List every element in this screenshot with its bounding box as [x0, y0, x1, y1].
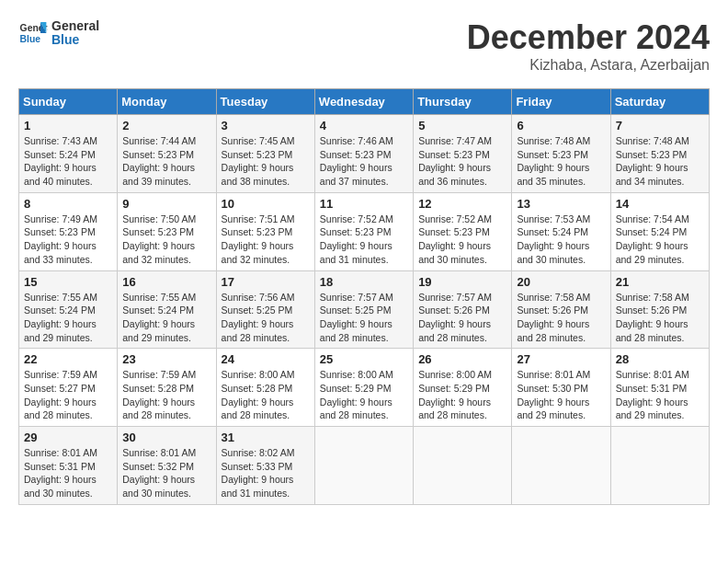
day-detail: Sunrise: 8:01 AMSunset: 5:32 PMDaylight:… — [122, 446, 210, 500]
daylight-minutes: and 36 minutes. — [418, 176, 487, 187]
daylight-minutes: and 29 minutes. — [24, 332, 93, 343]
daylight-text: Daylight: 9 hours — [222, 240, 294, 251]
sunset-text: Sunset: 5:25 PM — [222, 304, 293, 316]
calendar-day: 11Sunrise: 7:52 AMSunset: 5:23 PMDayligh… — [314, 192, 413, 270]
calendar-day: 6Sunrise: 7:48 AMSunset: 5:23 PMDaylight… — [512, 115, 610, 193]
sunset-text: Sunset: 5:23 PM — [418, 149, 490, 160]
daylight-minutes: and 39 minutes. — [122, 176, 191, 187]
day-number: 20 — [517, 275, 605, 289]
calendar-day: 22Sunrise: 7:59 AMSunset: 5:27 PMDayligh… — [19, 349, 118, 427]
day-number: 12 — [418, 197, 506, 211]
sunrise-text: Sunrise: 8:02 AM — [222, 447, 295, 458]
daylight-minutes: and 28 minutes. — [122, 409, 191, 420]
daylight-text: Daylight: 9 hours — [122, 474, 195, 485]
calendar-week-1: 1Sunrise: 7:43 AMSunset: 5:24 PMDaylight… — [19, 115, 710, 193]
sunrise-text: Sunrise: 7:59 AM — [24, 369, 97, 380]
sunrise-text: Sunrise: 7:56 AM — [222, 292, 295, 303]
day-number: 11 — [320, 197, 408, 211]
calendar-week-4: 22Sunrise: 7:59 AMSunset: 5:27 PMDayligh… — [19, 349, 710, 427]
daylight-text: Daylight: 9 hours — [418, 162, 491, 173]
daylight-text: Daylight: 9 hours — [24, 396, 97, 408]
calendar-day: 23Sunrise: 7:59 AMSunset: 5:28 PMDayligh… — [118, 349, 216, 427]
daylight-text: Daylight: 9 hours — [616, 318, 688, 329]
daylight-text: Daylight: 9 hours — [24, 474, 97, 485]
sunrise-text: Sunrise: 7:48 AM — [616, 135, 689, 146]
day-detail: Sunrise: 8:00 AMSunset: 5:29 PMDaylight:… — [418, 368, 506, 422]
daylight-minutes: and 35 minutes. — [517, 176, 586, 187]
day-detail: Sunrise: 8:00 AMSunset: 5:29 PMDaylight:… — [320, 368, 408, 422]
calendar-day: 14Sunrise: 7:54 AMSunset: 5:24 PMDayligh… — [610, 192, 709, 270]
sunset-text: Sunset: 5:23 PM — [517, 149, 588, 160]
day-number: 19 — [418, 275, 506, 289]
sunset-text: Sunset: 5:23 PM — [320, 226, 392, 237]
sunset-text: Sunset: 5:29 PM — [320, 383, 392, 394]
daylight-minutes: and 28 minutes. — [517, 332, 586, 343]
sunset-text: Sunset: 5:23 PM — [222, 149, 293, 160]
day-detail: Sunrise: 7:58 AMSunset: 5:26 PMDaylight:… — [517, 291, 605, 345]
day-number: 8 — [24, 197, 112, 211]
day-number: 28 — [616, 352, 704, 366]
daylight-minutes: and 29 minutes. — [616, 409, 685, 420]
day-number: 14 — [616, 197, 704, 211]
sunrise-text: Sunrise: 7:52 AM — [418, 213, 492, 224]
sunset-text: Sunset: 5:23 PM — [122, 149, 194, 160]
daylight-minutes: and 29 minutes. — [616, 254, 685, 265]
day-number: 5 — [418, 119, 506, 132]
calendar-week-5: 29Sunrise: 8:01 AMSunset: 5:31 PMDayligh… — [19, 427, 710, 505]
daylight-minutes: and 30 minutes. — [517, 254, 586, 265]
calendar-day — [314, 427, 413, 505]
day-number: 9 — [122, 197, 210, 211]
sunset-text: Sunset: 5:23 PM — [418, 226, 490, 237]
calendar-week-2: 8Sunrise: 7:49 AMSunset: 5:23 PMDaylight… — [19, 192, 710, 270]
sunset-text: Sunset: 5:30 PM — [517, 383, 588, 394]
day-detail: Sunrise: 7:47 AMSunset: 5:23 PMDaylight:… — [418, 134, 506, 189]
day-number: 2 — [122, 119, 210, 132]
day-detail: Sunrise: 7:50 AMSunset: 5:23 PMDaylight:… — [122, 213, 210, 267]
daylight-minutes: and 30 minutes. — [122, 488, 191, 499]
page-header: General Blue General Blue December 2024 … — [18, 18, 710, 74]
day-detail: Sunrise: 8:01 AMSunset: 5:31 PMDaylight:… — [24, 446, 112, 500]
day-number: 25 — [320, 352, 408, 366]
logo-icon: General Blue — [18, 18, 48, 48]
sunset-text: Sunset: 5:27 PM — [24, 383, 96, 394]
sunrise-text: Sunrise: 7:49 AM — [24, 213, 97, 224]
day-detail: Sunrise: 8:02 AMSunset: 5:33 PMDaylight:… — [222, 446, 310, 500]
day-detail: Sunrise: 7:44 AMSunset: 5:23 PMDaylight:… — [122, 134, 210, 189]
svg-text:Blue: Blue — [20, 34, 41, 44]
sunrise-text: Sunrise: 7:58 AM — [517, 292, 590, 303]
sunrise-text: Sunrise: 7:50 AM — [122, 213, 196, 224]
sunrise-text: Sunrise: 8:00 AM — [222, 369, 295, 380]
daylight-minutes: and 28 minutes. — [24, 409, 93, 420]
sunset-text: Sunset: 5:29 PM — [418, 383, 490, 394]
sunrise-text: Sunrise: 7:53 AM — [517, 213, 590, 224]
sunrise-text: Sunrise: 7:58 AM — [616, 292, 689, 303]
daylight-text: Daylight: 9 hours — [418, 396, 491, 408]
weekday-header-tuesday: Tuesday — [216, 89, 314, 115]
calendar-day: 5Sunrise: 7:47 AMSunset: 5:23 PMDaylight… — [414, 115, 512, 193]
day-number: 10 — [222, 197, 310, 211]
day-detail: Sunrise: 7:58 AMSunset: 5:26 PMDaylight:… — [616, 291, 704, 345]
daylight-minutes: and 37 minutes. — [320, 176, 389, 187]
day-detail: Sunrise: 7:55 AMSunset: 5:24 PMDaylight:… — [122, 291, 210, 345]
day-number: 15 — [24, 275, 112, 289]
daylight-text: Daylight: 9 hours — [320, 318, 392, 329]
day-detail: Sunrise: 7:59 AMSunset: 5:27 PMDaylight:… — [24, 368, 112, 422]
daylight-minutes: and 28 minutes. — [418, 409, 487, 420]
daylight-minutes: and 32 minutes. — [122, 254, 191, 265]
sunset-text: Sunset: 5:31 PM — [24, 461, 96, 472]
daylight-minutes: and 32 minutes. — [222, 254, 290, 265]
daylight-text: Daylight: 9 hours — [418, 240, 491, 251]
calendar-day: 12Sunrise: 7:52 AMSunset: 5:23 PMDayligh… — [414, 192, 512, 270]
daylight-text: Daylight: 9 hours — [616, 396, 688, 408]
calendar-table: SundayMondayTuesdayWednesdayThursdayFrid… — [18, 88, 710, 505]
calendar-day: 20Sunrise: 7:58 AMSunset: 5:26 PMDayligh… — [512, 270, 610, 349]
daylight-minutes: and 29 minutes. — [122, 332, 191, 343]
day-detail: Sunrise: 7:54 AMSunset: 5:24 PMDaylight:… — [616, 213, 704, 267]
daylight-text: Daylight: 9 hours — [222, 162, 294, 173]
day-detail: Sunrise: 7:45 AMSunset: 5:23 PMDaylight:… — [222, 134, 310, 189]
month-title: December 2024 — [467, 18, 710, 57]
sunset-text: Sunset: 5:24 PM — [616, 226, 688, 237]
day-number: 3 — [222, 119, 310, 132]
daylight-minutes: and 34 minutes. — [616, 176, 685, 187]
calendar-day: 21Sunrise: 7:58 AMSunset: 5:26 PMDayligh… — [610, 270, 709, 349]
